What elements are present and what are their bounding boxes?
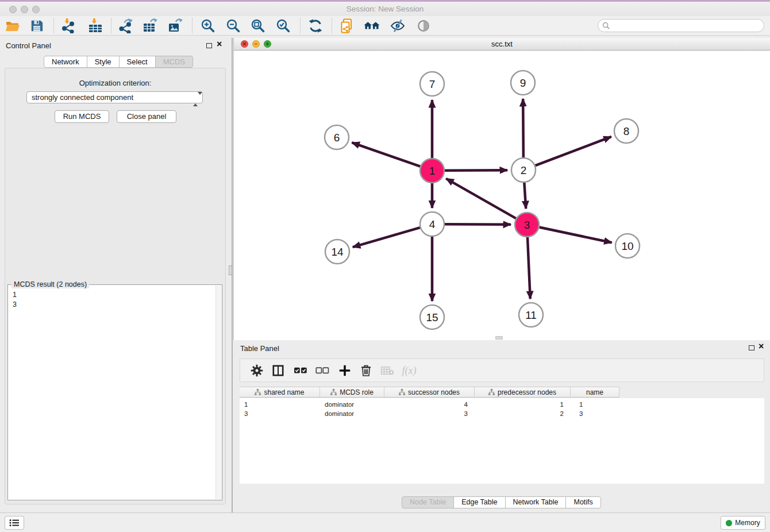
mcds-result-box: MCDS result (2 nodes) 1 3 <box>7 284 222 500</box>
graph-edge-1-2[interactable] <box>445 170 507 171</box>
svg-text:9: 9 <box>520 77 526 89</box>
criterion-select[interactable]: strongly connected component <box>26 91 203 103</box>
copy-network-icon[interactable] <box>339 18 355 34</box>
task-history-button[interactable] <box>5 516 24 530</box>
canvas-resize-handle[interactable] <box>495 336 503 340</box>
show-home-networks-icon[interactable] <box>364 18 380 34</box>
tab-style[interactable]: Style <box>87 56 120 68</box>
close-panel-button[interactable]: Close panel <box>117 110 176 123</box>
network-title: scc.txt <box>234 38 770 51</box>
tab-select[interactable]: Select <box>119 56 156 68</box>
network-window-titlebar[interactable]: × − + scc.txt <box>234 38 770 51</box>
criterion-value: strongly connected component <box>32 93 133 102</box>
refresh-view-icon[interactable] <box>307 18 324 34</box>
optimization-criterion-label: Optimization criterion: <box>5 79 225 87</box>
float-panel-icon[interactable] <box>206 43 212 48</box>
graph-node-2[interactable]: 2 <box>511 158 536 182</box>
column-header-mcds-role[interactable]: MCDS role <box>320 387 384 397</box>
save-session-icon[interactable] <box>29 18 45 34</box>
main-toolbar <box>0 16 770 36</box>
graph-edge-4-3[interactable] <box>445 224 511 225</box>
zoom-selected-icon[interactable] <box>275 18 291 34</box>
table-settings-icon[interactable] <box>251 364 263 376</box>
tab-node-table[interactable]: Node Table <box>402 496 454 508</box>
tab-motifs[interactable]: Motifs <box>565 496 600 508</box>
svg-text:15: 15 <box>426 311 438 323</box>
svg-text:10: 10 <box>621 240 633 252</box>
window-title: Session: New Session <box>0 2 770 16</box>
graph-node-8[interactable]: 8 <box>614 119 638 143</box>
apply-function-icon[interactable]: f(x) <box>402 364 417 376</box>
column-header-predecessor-nodes[interactable]: predecessor nodes <box>475 387 571 397</box>
search-input[interactable] <box>610 22 764 30</box>
graph-edge-2-9[interactable] <box>523 99 523 157</box>
show-all-icon[interactable] <box>415 18 432 34</box>
tab-network-table[interactable]: Network Table <box>505 496 567 508</box>
vertical-splitter[interactable] <box>232 38 233 512</box>
export-network-icon[interactable] <box>118 18 134 34</box>
network-canvas[interactable]: 7968124314101511 <box>234 51 770 340</box>
toggle-columns-icon[interactable] <box>272 365 284 376</box>
splitter-handle[interactable] <box>229 265 232 275</box>
close-table-panel-icon[interactable]: × <box>759 341 764 352</box>
zoom-out-icon[interactable] <box>225 18 241 34</box>
hide-others-icon[interactable] <box>390 18 406 34</box>
graph-node-7[interactable]: 7 <box>420 72 444 96</box>
zoom-fit-icon[interactable] <box>250 18 266 34</box>
graph-node-3[interactable]: 3 <box>515 213 539 237</box>
export-image-icon[interactable] <box>167 18 183 34</box>
tab-edge-table[interactable]: Edge Table <box>453 496 505 508</box>
graph-edge-3-10[interactable] <box>540 228 612 243</box>
memory-button[interactable]: Memory <box>721 516 765 530</box>
graph-node-1[interactable]: 1 <box>420 159 444 183</box>
graph-node-11[interactable]: 11 <box>519 303 543 327</box>
graph-edge-2-8[interactable] <box>536 137 611 165</box>
table-row[interactable]: 3 dominator 3 2 3 <box>240 409 619 418</box>
graph-node-14[interactable]: 14 <box>325 240 349 264</box>
delete-row-icon[interactable] <box>361 364 372 377</box>
toolbar-separator <box>300 18 301 33</box>
table-toolbar: f(x) <box>240 358 764 382</box>
hierarchy-sort-icon <box>255 389 261 395</box>
graph-node-9[interactable]: 9 <box>511 71 535 95</box>
svg-text:11: 11 <box>525 309 537 321</box>
deselect-all-rows-icon[interactable] <box>315 366 329 375</box>
import-table-icon[interactable] <box>87 18 103 34</box>
run-mcds-button[interactable]: Run MCDS <box>55 110 109 123</box>
graph-node-6[interactable]: 6 <box>325 125 349 149</box>
result-scrollbar[interactable] <box>215 286 221 499</box>
close-panel-icon[interactable]: × <box>217 39 222 49</box>
zoom-in-icon[interactable] <box>200 18 216 34</box>
graph-node-4[interactable]: 4 <box>420 212 444 236</box>
table-row[interactable]: 1 dominator 4 1 1 <box>240 400 619 409</box>
tab-network[interactable]: Network <box>44 56 87 68</box>
search-box[interactable] <box>598 19 764 32</box>
list-icon <box>9 519 20 527</box>
control-panel-tabs: Network Style Select MCDS <box>44 56 193 68</box>
add-column-icon[interactable] <box>339 364 351 376</box>
import-network-icon[interactable] <box>60 18 76 34</box>
graph-node-15[interactable]: 15 <box>420 305 444 329</box>
export-table-icon[interactable] <box>142 18 158 34</box>
svg-text:3: 3 <box>524 219 530 231</box>
svg-text:14: 14 <box>331 246 344 258</box>
hierarchy-sort-icon <box>399 389 405 395</box>
tab-mcds[interactable]: MCDS <box>155 56 193 68</box>
toolbar-separator <box>111 18 111 33</box>
select-all-rows-icon[interactable] <box>294 366 307 375</box>
graph-edge-2-3[interactable] <box>524 183 526 209</box>
graph-edge-4-14[interactable] <box>353 228 420 247</box>
graph-edge-3-11[interactable] <box>528 237 530 299</box>
column-header-successor-nodes[interactable]: successor nodes <box>384 387 475 397</box>
column-header-name[interactable]: name <box>571 387 619 397</box>
toolbar-separator <box>192 18 192 33</box>
open-session-icon[interactable] <box>5 18 21 34</box>
delete-column-icon[interactable] <box>381 365 394 375</box>
table-body: 1 dominator 4 1 1 3 dominator 3 2 3 <box>240 398 764 484</box>
svg-text:7: 7 <box>429 78 436 90</box>
graph-edge-3-1[interactable] <box>446 179 516 218</box>
graph-node-10[interactable]: 10 <box>615 234 640 258</box>
float-table-panel-icon[interactable] <box>749 345 754 350</box>
graph-edge-1-6[interactable] <box>352 142 420 167</box>
column-header-shared-name[interactable]: shared name <box>240 387 320 397</box>
